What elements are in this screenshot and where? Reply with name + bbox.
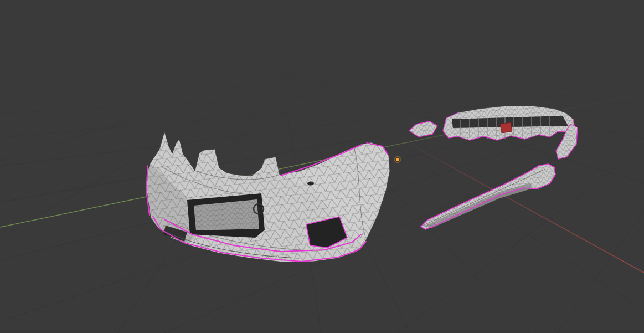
bumper-washer-hole	[307, 182, 314, 186]
viewport-canvas[interactable]	[0, 0, 644, 333]
blender-3d-viewport	[0, 0, 644, 333]
diffuser-red-detail	[500, 122, 512, 133]
object-origin-dot	[396, 158, 399, 161]
horizon-fade	[0, 0, 644, 188]
bumper-fog-light-center	[257, 207, 260, 211]
